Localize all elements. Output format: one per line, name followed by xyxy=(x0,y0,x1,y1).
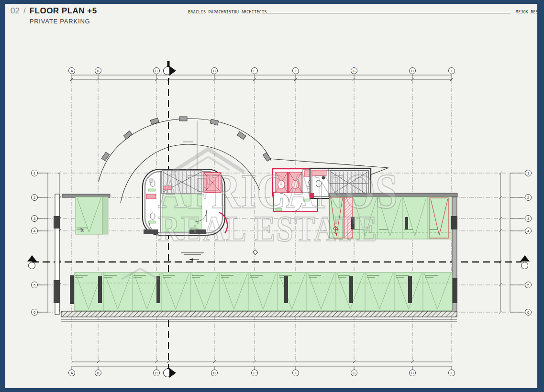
grid-row-right-5: 5 xyxy=(525,282,532,288)
grid-col-top-i: I xyxy=(448,67,455,74)
grid-row-left-1: 1 xyxy=(31,170,38,176)
sheet-number: 02 xyxy=(11,6,20,25)
grid-row-right-4: 4 xyxy=(525,228,532,234)
page-frame-left xyxy=(0,0,5,392)
grid-col-bot-a: A xyxy=(68,370,75,376)
section-marker-left-arrow-icon xyxy=(27,255,37,261)
grid-row-left-2: 2 xyxy=(31,194,38,201)
page-frame-top xyxy=(0,0,544,4)
grid-col-top-g: G xyxy=(351,67,357,74)
grid-col-top-h: H xyxy=(409,67,416,74)
grid-row-right-6: 6 xyxy=(525,309,532,316)
grid-col-bot-b: B xyxy=(95,370,101,376)
center-annotation xyxy=(181,250,257,261)
sheet-separator: / xyxy=(23,6,26,25)
section-marker-top-arrow-icon xyxy=(169,66,176,76)
grid-col-top-c: C xyxy=(153,67,160,74)
ramp-columns xyxy=(101,117,271,161)
grid-row-right-2: 2 xyxy=(525,194,532,201)
title-rule-line xyxy=(262,13,511,13)
page-frame-right xyxy=(537,0,544,392)
grid-col-top-a: A xyxy=(68,67,75,74)
grid-col-top-f: F xyxy=(292,67,299,74)
project-reference: MEJOK RES xyxy=(516,10,538,14)
grid-row-left-4: 4 xyxy=(31,228,38,234)
grid-col-bot-i: I xyxy=(448,370,455,376)
grid-row-left-3: 3 xyxy=(31,215,38,222)
grid-col-bot-c: C xyxy=(153,370,160,376)
bottom-parking-row xyxy=(61,272,457,321)
grid-col-bot-e: E xyxy=(251,370,258,376)
page-subtitle: PRIVATE PARKING xyxy=(30,18,97,25)
grid-col-bot-f: F xyxy=(292,370,299,376)
grid-row-right-3: 3 xyxy=(525,215,532,222)
section-marker-right xyxy=(521,262,528,269)
grid-row-left-6: 6 xyxy=(31,309,38,316)
grid-row-left-5: 5 xyxy=(31,282,38,288)
page-title: FLOOR PLAN +5 xyxy=(30,6,97,16)
section-marker-left xyxy=(28,262,35,269)
grid-col-bot-d: D xyxy=(211,370,218,376)
grid-col-bot-h: H xyxy=(409,370,416,376)
grid-col-top-e: E xyxy=(251,67,258,74)
architect-name: ERACLIS PAPACHRISTOU ARCHITECTS xyxy=(188,10,267,14)
grid-col-top-d: D xyxy=(211,67,218,74)
section-marker-right-arrow-icon xyxy=(520,255,530,261)
grid-col-bot-g: G xyxy=(351,370,357,376)
section-marker-bottom-arrow-icon xyxy=(169,368,176,378)
floor-plan-drawing xyxy=(0,0,544,392)
west-core xyxy=(143,169,227,235)
grid-col-top-b: B xyxy=(95,67,101,74)
grid-row-right-1: 1 xyxy=(525,170,532,176)
drawing-header: 02 / FLOOR PLAN +5 PRIVATE PARKING xyxy=(11,6,97,25)
page-frame-bottom xyxy=(0,388,544,392)
